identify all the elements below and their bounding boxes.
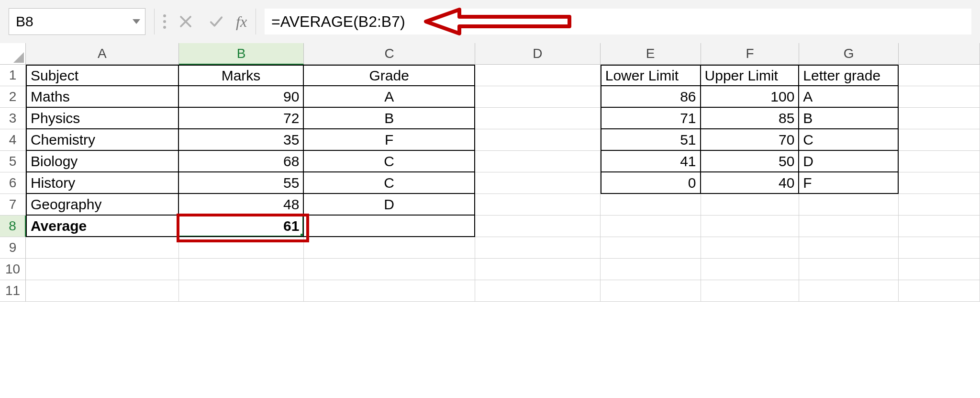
cell-E10[interactable] xyxy=(601,259,701,280)
cell-extra-2[interactable] xyxy=(899,86,980,108)
cell-E5[interactable]: 41 xyxy=(601,151,701,172)
row-header-5[interactable]: 5 xyxy=(0,151,26,172)
cell-G7[interactable] xyxy=(799,194,899,216)
cell-A9[interactable] xyxy=(26,237,179,259)
cell-C2[interactable]: A xyxy=(304,86,475,108)
cell-B1[interactable]: Marks xyxy=(179,65,304,86)
cell-F4[interactable]: 70 xyxy=(701,129,800,151)
cell-F9[interactable] xyxy=(701,237,800,259)
cell-B3[interactable]: 72 xyxy=(179,108,304,129)
cell-A8[interactable]: Average xyxy=(26,216,179,237)
cell-G2[interactable]: A xyxy=(799,86,899,108)
cell-B7[interactable]: 48 xyxy=(179,194,304,216)
cell-B5[interactable]: 68 xyxy=(179,151,304,172)
cell-F6[interactable]: 40 xyxy=(701,172,800,194)
cell-E9[interactable] xyxy=(601,237,701,259)
col-header-C[interactable]: C xyxy=(304,43,475,65)
cell-F1[interactable]: Upper Limit xyxy=(701,65,800,86)
cell-A3[interactable]: Physics xyxy=(26,108,179,129)
cell-D3[interactable] xyxy=(475,108,601,129)
cell-D2[interactable] xyxy=(475,86,601,108)
cell-D8[interactable] xyxy=(475,216,601,237)
cell-F8[interactable] xyxy=(701,216,800,237)
cancel-icon[interactable] xyxy=(175,11,197,33)
cell-A1[interactable]: Subject xyxy=(26,65,179,86)
cell-extra-10[interactable] xyxy=(899,259,980,280)
fx-icon[interactable]: fx xyxy=(236,13,247,31)
cell-A10[interactable] xyxy=(26,259,179,280)
cell-B6[interactable]: 55 xyxy=(179,172,304,194)
cell-D4[interactable] xyxy=(475,129,601,151)
cell-C6[interactable]: C xyxy=(304,172,475,194)
cell-extra-5[interactable] xyxy=(899,151,980,172)
cell-extra-11[interactable] xyxy=(899,280,980,302)
row-header-2[interactable]: 2 xyxy=(0,86,26,108)
cell-G6[interactable]: F xyxy=(799,172,899,194)
cell-D11[interactable] xyxy=(475,280,601,302)
cell-extra-6[interactable] xyxy=(899,172,980,194)
cell-A5[interactable]: Biology xyxy=(26,151,179,172)
cell-G3[interactable]: B xyxy=(799,108,899,129)
cell-E3[interactable]: 71 xyxy=(601,108,701,129)
row-header-3[interactable]: 3 xyxy=(0,108,26,129)
col-header-F[interactable]: F xyxy=(701,43,800,65)
cell-extra-4[interactable] xyxy=(899,129,980,151)
cell-E11[interactable] xyxy=(601,280,701,302)
cell-B4[interactable]: 35 xyxy=(179,129,304,151)
row-header-7[interactable]: 7 xyxy=(0,194,26,216)
cell-E7[interactable] xyxy=(601,194,701,216)
cell-E4[interactable]: 51 xyxy=(601,129,701,151)
cell-C8[interactable] xyxy=(304,216,475,237)
cell-D9[interactable] xyxy=(475,237,601,259)
enter-check-icon[interactable] xyxy=(205,11,227,33)
col-header-G[interactable]: G xyxy=(799,43,899,65)
cell-C9[interactable] xyxy=(304,237,475,259)
cell-C11[interactable] xyxy=(304,280,475,302)
cell-B8[interactable]: 61 xyxy=(179,216,304,237)
cell-F7[interactable] xyxy=(701,194,800,216)
col-header-D[interactable]: D xyxy=(475,43,601,65)
cell-F2[interactable]: 100 xyxy=(701,86,800,108)
cell-A4[interactable]: Chemistry xyxy=(26,129,179,151)
cell-extra-7[interactable] xyxy=(899,194,980,216)
fill-handle[interactable] xyxy=(301,234,304,237)
name-box[interactable]: B8 xyxy=(9,8,145,35)
cell-G8[interactable] xyxy=(799,216,899,237)
cell-F11[interactable] xyxy=(701,280,800,302)
cell-D10[interactable] xyxy=(475,259,601,280)
cell-B10[interactable] xyxy=(179,259,304,280)
cell-A6[interactable]: History xyxy=(26,172,179,194)
cell-F3[interactable]: 85 xyxy=(701,108,800,129)
row-header-6[interactable]: 6 xyxy=(0,172,26,194)
cell-G4[interactable]: C xyxy=(799,129,899,151)
row-header-10[interactable]: 10 xyxy=(0,259,26,280)
spreadsheet-grid[interactable]: A B C D E F G 1 Subject Marks Grade Lowe… xyxy=(0,43,980,398)
cell-B2[interactable]: 90 xyxy=(179,86,304,108)
cell-D7[interactable] xyxy=(475,194,601,216)
row-header-8[interactable]: 8 xyxy=(0,216,26,237)
cell-C5[interactable]: C xyxy=(304,151,475,172)
cell-E8[interactable] xyxy=(601,216,701,237)
row-header-11[interactable]: 11 xyxy=(0,280,26,302)
formula-input[interactable] xyxy=(265,9,971,34)
cell-D5[interactable] xyxy=(475,151,601,172)
cell-C10[interactable] xyxy=(304,259,475,280)
cell-E1[interactable]: Lower Limit xyxy=(601,65,701,86)
cell-E2[interactable]: 86 xyxy=(601,86,701,108)
cell-D6[interactable] xyxy=(475,172,601,194)
cell-C1[interactable]: Grade xyxy=(304,65,475,86)
cell-A7[interactable]: Geography xyxy=(26,194,179,216)
cell-A11[interactable] xyxy=(26,280,179,302)
col-header-B[interactable]: B xyxy=(179,43,304,65)
col-header-extra[interactable] xyxy=(899,43,980,65)
row-header-9[interactable]: 9 xyxy=(0,237,26,259)
cell-F5[interactable]: 50 xyxy=(701,151,800,172)
cell-C4[interactable]: F xyxy=(304,129,475,151)
cell-G1[interactable]: Letter grade xyxy=(799,65,899,86)
cell-B11[interactable] xyxy=(179,280,304,302)
cell-D1[interactable] xyxy=(475,65,601,86)
row-header-4[interactable]: 4 xyxy=(0,129,26,151)
cell-A2[interactable]: Maths xyxy=(26,86,179,108)
cell-F10[interactable] xyxy=(701,259,800,280)
col-header-A[interactable]: A xyxy=(26,43,179,65)
